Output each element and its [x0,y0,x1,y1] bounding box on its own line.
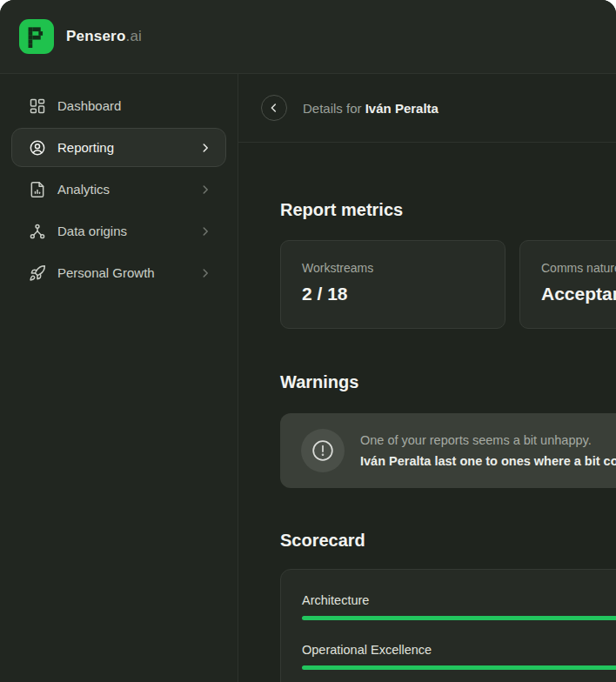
sidebar-item-label: Analytics [57,182,188,197]
sidebar-item-label: Reporting [57,140,188,155]
warning-detail: Iván Peralta last one to ones where a bi… [360,451,616,471]
chevron-right-icon [199,142,211,154]
sidebar-item-data-origins[interactable]: Data origins [11,211,226,251]
scorecard-title: Scorecard [280,530,616,551]
detail-content: Report metrics Workstreams 2 / 18 Comms … [238,143,616,682]
score-label: Architecture [302,592,616,609]
score-row-operational-excellence: Operational Excellence [302,641,616,670]
warnings-title: Warnings [280,371,616,392]
progress-bar [302,616,616,620]
sidebar-item-dashboard[interactable]: Dashboard [11,86,226,125]
pixel-p-logo-icon [26,25,47,48]
brand-suffix: .ai [126,28,143,44]
chevron-right-icon [199,225,211,237]
network-icon [29,223,46,240]
sidebar-item-reporting[interactable]: Reporting [11,128,226,167]
metric-value: Acceptance [541,284,616,304]
chevron-left-icon [268,102,280,114]
sidebar-item-analytics[interactable]: Analytics [11,170,226,209]
sidebar: Dashboard Reporting Analytics [0,74,238,682]
progress-bar-fill [302,665,616,670]
metric-card-workstreams: Workstreams 2 / 18 [280,240,506,329]
pensero-logo[interactable] [19,19,54,54]
chevron-right-icon [199,267,211,279]
warning-summary: One of your reports seems a bit unhappy. [360,430,616,451]
scorecard-card: Architecture Operational Excellence Codi… [280,569,616,682]
person-name: Iván Peralta [365,101,439,116]
progress-bar [302,665,616,670]
dashboard-icon [29,97,46,115]
report-metrics-title: Report metrics [280,199,616,220]
main-panel: Details for Iván Peralta Report metrics … [238,74,616,682]
progress-bar-fill [302,616,616,620]
top-bar: Pensero.ai [0,0,616,74]
sidebar-item-personal-growth[interactable]: Personal Growth [11,253,226,292]
warning-text: One of your reports seems a bit unhappy.… [360,430,616,471]
metric-card-comms-nature: Comms nature Acceptance [519,240,616,329]
file-chart-icon [29,181,46,198]
app-window: Pensero.ai Dashboard Reporting [0,0,616,682]
brand-name: Pensero.ai [66,28,142,45]
warning-icon-circle [301,429,345,472]
detail-header: Details for Iván Peralta [238,74,616,143]
score-label: Operational Excellence [302,641,616,659]
metric-cards-row: Workstreams 2 / 18 Comms nature Acceptan… [280,240,616,329]
sidebar-item-label: Data origins [57,224,188,238]
warning-card: One of your reports seems a bit unhappy.… [280,413,616,488]
rocket-icon [29,264,46,282]
back-button[interactable] [261,95,287,121]
metric-value: 2 / 18 [302,284,484,304]
metric-label: Comms nature [541,261,616,275]
chevron-right-icon [199,184,211,196]
metric-label: Workstreams [302,261,484,275]
score-row-architecture: Architecture [302,592,616,620]
alert-circle-icon [311,439,334,462]
page-title: Details for Iván Peralta [303,101,439,116]
sidebar-item-label: Dashboard [57,98,211,113]
user-circle-icon [29,139,46,157]
sidebar-item-label: Personal Growth [57,265,188,280]
